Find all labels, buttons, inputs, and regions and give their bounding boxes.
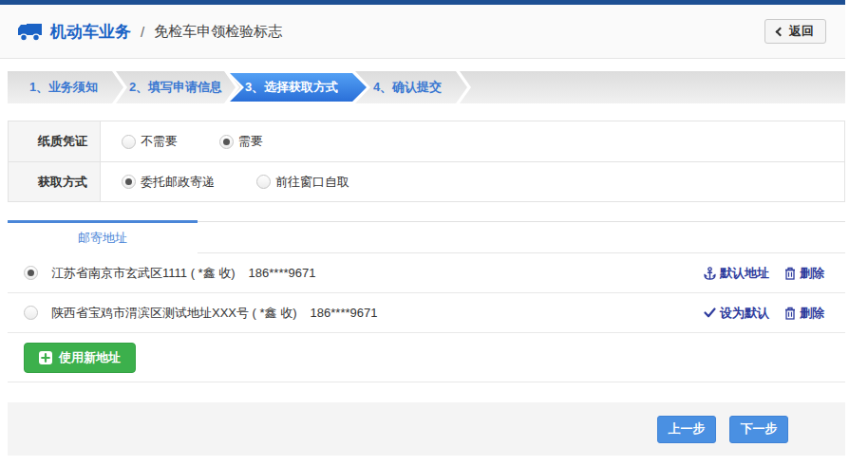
step-wizard: 1、业务须知 2、填写申请信息 3、选择获取方式 4、确认提交 (8, 71, 845, 103)
plus-icon (39, 351, 52, 364)
address-row[interactable]: 陕西省宝鸡市渭滨区测试地址XXX号 ( *鑫 收) 186****9671 设为… (8, 293, 845, 333)
address-row[interactable]: 江苏省南京市玄武区1111 ( *鑫 收) 186****9671 默认地址 删… (8, 253, 845, 293)
address-actions: 默认地址 删除 (704, 265, 824, 282)
address-actions: 设为默认 删除 (704, 305, 824, 322)
default-address-button[interactable]: 默认地址 (704, 265, 769, 282)
form-row-paper-certificate: 纸质凭证 不需要 需要 (9, 121, 844, 161)
header: 机动车业务 / 免检车申领检验标志 返回 (0, 5, 845, 59)
step-bar-filler (463, 71, 845, 103)
check-icon (704, 308, 716, 318)
chevron-left-icon (776, 27, 785, 36)
action-label: 删除 (800, 265, 824, 282)
radio-not-needed[interactable]: 不需要 (122, 133, 178, 150)
action-label: 删除 (800, 305, 824, 322)
radio-label: 前往窗口自取 (275, 174, 349, 191)
radio-needed[interactable]: 需要 (219, 133, 263, 150)
form-row-label: 获取方式 (9, 162, 101, 201)
radio-icon[interactable] (24, 266, 38, 280)
address-text: 陕西省宝鸡市渭滨区测试地址XXX号 ( *鑫 收) (51, 305, 297, 322)
trash-icon (784, 267, 796, 280)
address-tab-strip: 邮寄地址 (8, 221, 845, 253)
truck-icon (17, 22, 43, 42)
action-label: 设为默认 (720, 305, 769, 322)
section-title: 机动车业务 (50, 21, 131, 43)
action-label: 默认地址 (720, 265, 769, 282)
use-new-address-button[interactable]: 使用新地址 (24, 343, 136, 373)
address-phone: 186****9671 (311, 306, 378, 320)
radio-icon[interactable] (219, 135, 234, 149)
tab-label: 邮寄地址 (78, 230, 127, 247)
step-label: 4、确认提交 (373, 79, 442, 96)
delete-address-button[interactable]: 删除 (784, 265, 824, 282)
delete-address-button[interactable]: 删除 (784, 305, 824, 322)
back-button[interactable]: 返回 (764, 19, 826, 44)
trash-icon (784, 307, 796, 320)
next-step-button[interactable]: 下一步 (729, 416, 788, 443)
add-address-row: 使用新地址 (8, 333, 845, 382)
radio-window-pickup[interactable]: 前往窗口自取 (256, 174, 349, 191)
step-2-fill-info[interactable]: 2、填写申请信息 (120, 71, 232, 103)
step-label: 2、填写申请信息 (129, 79, 222, 96)
set-default-button[interactable]: 设为默认 (704, 305, 769, 322)
radio-label: 委托邮政寄递 (141, 174, 215, 191)
form-row-options: 委托邮政寄递 前往窗口自取 (101, 162, 844, 201)
anchor-icon (704, 267, 716, 280)
page-title: 免检车申领检验标志 (154, 23, 282, 41)
radio-icon[interactable] (122, 135, 136, 149)
radio-label: 需要 (238, 133, 263, 150)
back-button-label: 返回 (789, 23, 814, 40)
radio-postal-delivery[interactable]: 委托邮政寄递 (122, 174, 215, 191)
radio-icon[interactable] (256, 175, 271, 189)
form-row-label: 纸质凭证 (9, 121, 101, 161)
use-new-address-label: 使用新地址 (59, 349, 121, 366)
radio-icon[interactable] (122, 175, 136, 189)
address-text: 江苏省南京市玄武区1111 ( *鑫 收) (51, 265, 236, 282)
prev-step-button[interactable]: 上一步 (657, 416, 716, 443)
step-1-notice[interactable]: 1、业务须知 (8, 71, 120, 103)
form-row-delivery-method: 获取方式 委托邮政寄递 前往窗口自取 (9, 161, 844, 201)
step-label: 1、业务须知 (29, 79, 98, 96)
form-row-options: 不需要 需要 (101, 121, 844, 161)
options-form: 纸质凭证 不需要 需要 获取方式 委托邮政寄递 (8, 121, 845, 202)
step-label: 3、选择获取方式 (245, 79, 338, 96)
step-3-choose-method[interactable]: 3、选择获取方式 (232, 71, 351, 103)
tab-mailing-address[interactable]: 邮寄地址 (8, 220, 198, 253)
radio-icon[interactable] (24, 306, 38, 320)
page: 机动车业务 / 免检车申领检验标志 返回 1、业务须知 2、填写申请信息 3、选… (0, 0, 845, 456)
breadcrumb: 机动车业务 / 免检车申领检验标志 (17, 21, 282, 43)
breadcrumb-separator: / (141, 24, 144, 40)
footer-nav: 上一步 下一步 (8, 402, 845, 456)
address-phone: 186****9671 (249, 266, 316, 280)
radio-label: 不需要 (141, 133, 178, 150)
